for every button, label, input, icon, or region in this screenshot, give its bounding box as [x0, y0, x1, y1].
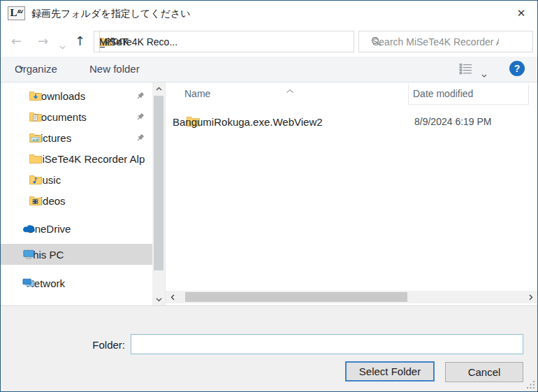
sidebar-scrollbar[interactable]	[152, 82, 165, 305]
forward-icon[interactable]: →	[38, 34, 48, 49]
sidebar-item-network[interactable]: Network	[1, 273, 152, 293]
window-title: 録画先フォルダを指定してください	[31, 8, 191, 20]
navigation-pane: Downloads Documents Pictures	[1, 82, 152, 305]
sidebar-item-this-pc[interactable]: This PC	[1, 244, 152, 265]
scroll-right-icon[interactable]	[525, 291, 537, 303]
column-header-name[interactable]: Name	[184, 88, 210, 99]
sidebar-item-pictures[interactable]: Pictures	[1, 127, 152, 148]
file-date-modified: 8/9/2024 6:19 PM	[414, 116, 492, 127]
column-headers: Name Date modified	[166, 84, 538, 104]
search-input[interactable]	[371, 36, 500, 48]
sort-ascending-icon	[286, 84, 294, 96]
search-box[interactable]	[358, 31, 533, 52]
pictures-folder-icon	[29, 133, 43, 143]
horizontal-scrollbar[interactable]	[166, 291, 538, 303]
cancel-button[interactable]: Cancel	[445, 362, 523, 382]
navigation-bar: ← → ↑ › _PT4K › MiSeTe4K Reco... › ↻	[1, 26, 537, 57]
file-list: Name Date modified BangumiRokuga.exe.Web…	[166, 82, 538, 305]
sidebar-item-documents[interactable]: Documents	[1, 106, 152, 127]
help-icon[interactable]: ?	[509, 61, 525, 76]
this-pc-icon	[22, 249, 36, 261]
column-header-date-modified[interactable]: Date modified	[413, 88, 473, 99]
refresh-icon[interactable]: ↻	[99, 31, 130, 52]
folder-field-label: Folder:	[76, 339, 125, 351]
select-folder-button[interactable]: Select Folder	[345, 361, 435, 382]
scroll-down-icon[interactable]	[152, 293, 165, 305]
scrollbar-thumb[interactable]	[154, 96, 163, 270]
close-icon[interactable]: ✕	[505, 1, 537, 25]
music-folder-icon	[29, 175, 43, 185]
videos-folder-icon	[29, 196, 43, 206]
sidebar-item-music[interactable]: Music	[1, 169, 152, 190]
organize-button[interactable]: Organize	[15, 63, 57, 75]
documents-folder-icon	[29, 112, 43, 122]
file-row-bangumirokuga[interactable]: BangumiRokuga.exe.WebView2 8/9/2024 6:19…	[166, 111, 538, 132]
folder-name-input[interactable]	[131, 334, 523, 354]
network-icon	[22, 277, 36, 289]
title-bar: LAV 録画先フォルダを指定してください ✕	[1, 1, 537, 26]
onedrive-icon	[22, 224, 36, 233]
scroll-up-icon[interactable]	[152, 82, 165, 94]
back-icon[interactable]: ←	[11, 34, 22, 49]
column-divider[interactable]	[408, 85, 409, 104]
folder-icon	[29, 154, 43, 164]
header-underline	[408, 104, 529, 105]
sidebar-item-videos[interactable]: Videos	[1, 190, 152, 211]
pin-icon	[136, 133, 145, 143]
new-folder-button[interactable]: New folder	[89, 63, 140, 75]
pin-icon	[136, 112, 145, 122]
downloads-folder-icon	[29, 91, 43, 101]
sidebar-item-downloads[interactable]: Downloads	[1, 85, 152, 106]
pin-icon	[136, 92, 145, 101]
details-view-icon[interactable]	[459, 63, 472, 75]
file-name: BangumiRokuga.exe.WebView2	[173, 116, 323, 128]
command-toolbar: Organize New folder	[1, 57, 537, 82]
sidebar-item-onedrive[interactable]: OneDrive	[1, 218, 152, 239]
resize-grip-icon[interactable]	[526, 380, 535, 389]
scroll-left-icon[interactable]	[167, 291, 178, 303]
dialog-footer: Folder: Select Folder Cancel	[1, 305, 537, 391]
up-icon[interactable]: ↑	[75, 34, 85, 49]
view-dropdown-chevron-icon[interactable]	[481, 68, 487, 80]
folder-picker-dialog: LAV 録画先フォルダを指定してください ✕ ← → ↑ › _PT4K › M…	[0, 0, 538, 392]
address-bar[interactable]: › _PT4K › MiSeTe4K Reco... › ↻	[94, 31, 354, 52]
scrollbar-thumb[interactable]	[185, 292, 407, 302]
chevron-down-icon	[19, 60, 24, 72]
column-divider[interactable]	[528, 85, 529, 104]
sidebar-item-misete4k-recorder[interactable]: MiSeTe4K Recorder Alp	[1, 148, 152, 169]
app-icon: LAV	[8, 6, 25, 20]
recent-locations-chevron-icon[interactable]	[59, 40, 66, 52]
